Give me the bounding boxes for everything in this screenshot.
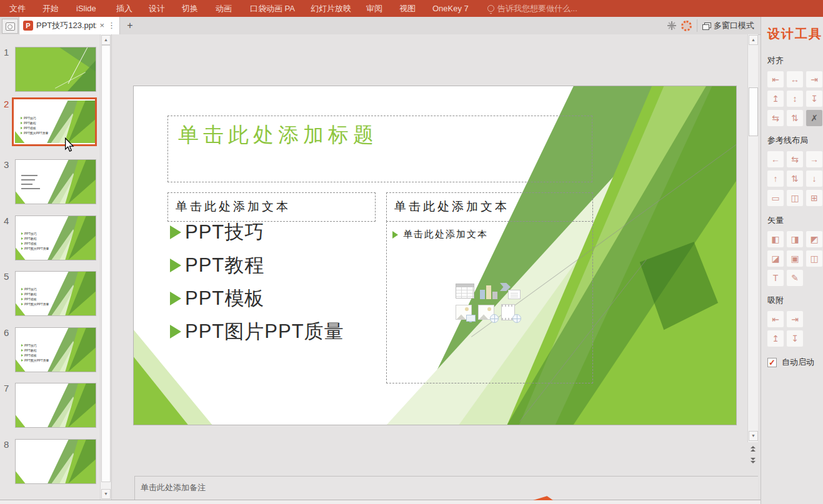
bullet-triangle-icon bbox=[170, 259, 181, 272]
menu-design[interactable]: 设计 bbox=[149, 0, 165, 17]
section-guides-label: 参考线布局 bbox=[767, 135, 823, 146]
slide-thumbnail-6[interactable]: PPT技巧 PPT教程 PPT模板 PPT图片PPT质量 bbox=[15, 327, 96, 372]
slide-canvas[interactable]: 单击此处添加标题 单击此处添加文本 PPT技巧 PPT教程 PPT模板 PPT图… bbox=[133, 86, 737, 425]
slide-thumbnail-4[interactable]: PPT技巧 PPT教程 PPT模板 PPT图片PPT质量 bbox=[15, 215, 96, 260]
menu-insert[interactable]: 插入 bbox=[116, 0, 132, 17]
snap-bottom-button[interactable]: ↧ bbox=[787, 330, 803, 347]
scroll-up-icon[interactable]: ▲ bbox=[749, 35, 758, 45]
shape-union-button[interactable]: ◧ bbox=[767, 231, 784, 247]
home-launcher-button[interactable] bbox=[2, 19, 18, 34]
bullet-item[interactable]: PPT图片PPT质量 bbox=[170, 318, 344, 345]
insert-chart-icon[interactable] bbox=[477, 281, 498, 301]
menu-islide[interactable]: iSlide bbox=[76, 0, 96, 17]
document-tab-title: PPT技巧123.pptx bbox=[36, 20, 96, 31]
insert-smartart-icon[interactable] bbox=[500, 281, 521, 301]
thumbnail-scrollbar-thumb[interactable] bbox=[101, 45, 111, 482]
slide-number-8: 8 bbox=[4, 439, 14, 450]
thumb-scroll-down-icon[interactable]: ▼ bbox=[101, 489, 111, 499]
guide-margin-v-button[interactable]: ◫ bbox=[787, 190, 803, 206]
guide-bottom-button[interactable]: ↓ bbox=[806, 170, 822, 187]
align-top-button[interactable]: ↥ bbox=[767, 91, 784, 107]
insert-picture-icon[interactable] bbox=[455, 303, 476, 323]
shape-intersect-button[interactable]: ◪ bbox=[767, 250, 784, 267]
snap-top-button[interactable]: ↥ bbox=[767, 330, 784, 347]
left-placeholder-text: 单击此处添加文本 bbox=[176, 199, 291, 215]
insert-online-picture-icon[interactable] bbox=[477, 303, 498, 323]
main-scrollbar[interactable]: ▲ ▼ bbox=[747, 34, 758, 442]
presentation-app-window: 文件 开始 iSlide 插入 设计 切换 动画 口袋动画 PA 幻灯片放映 审… bbox=[0, 0, 823, 504]
slide-thumbnail-7[interactable] bbox=[15, 383, 96, 428]
distribute-h-button[interactable]: ⇆ bbox=[767, 110, 784, 126]
tell-me-search[interactable]: 告诉我您想要做什么... bbox=[487, 0, 577, 17]
main-scrollbar-thumb[interactable] bbox=[749, 87, 758, 136]
align-center-h-button[interactable]: ↔ bbox=[787, 71, 803, 87]
shape-combine-button[interactable]: ◨ bbox=[787, 231, 803, 247]
title-placeholder[interactable]: 单击此处添加标题 bbox=[167, 116, 592, 182]
settings-gear-icon[interactable] bbox=[681, 21, 692, 31]
menu-pocket-animation[interactable]: 口袋动画 PA bbox=[250, 0, 295, 17]
bullet-item[interactable]: PPT教程 bbox=[170, 252, 344, 279]
slide-thumbnail-3[interactable] bbox=[15, 159, 96, 204]
tab-more-icon[interactable]: ⋮ bbox=[107, 17, 116, 34]
multi-window-icon bbox=[702, 22, 711, 29]
next-slide-button[interactable] bbox=[750, 458, 756, 463]
multi-window-mode-button[interactable]: 多窗口模式 bbox=[702, 20, 758, 31]
left-text-placeholder[interactable]: 单击此处添加文本 bbox=[167, 192, 376, 222]
scroll-down-icon[interactable]: ▼ bbox=[749, 431, 758, 441]
align-left-button[interactable]: ⇤ bbox=[767, 71, 784, 87]
thumb-scroll-up-icon[interactable]: ▲ bbox=[101, 35, 111, 45]
slide-number-5: 5 bbox=[4, 271, 14, 282]
bullet-list[interactable]: PPT技巧 PPT教程 PPT模板 PPT图片PPT质量 bbox=[170, 219, 344, 351]
align-bottom-button[interactable]: ↧ bbox=[806, 91, 822, 107]
guide-margin-all-button[interactable]: ⊞ bbox=[806, 190, 822, 206]
document-tab[interactable]: P PPT技巧123.pptx × ⋮ bbox=[19, 17, 120, 34]
vector-text-button[interactable]: T bbox=[767, 270, 784, 286]
slide-thumbnail-2-selected[interactable]: PPT技巧 PPT教程 PPT模板 PPT图片PPT质量 bbox=[12, 97, 97, 146]
right-text-placeholder-header[interactable]: 单击此处添加文本 bbox=[386, 192, 593, 222]
slide-thumbnail-1[interactable] bbox=[15, 47, 96, 92]
notes-pane[interactable]: 单击此处添加备注 bbox=[134, 476, 758, 500]
menu-home[interactable]: 开始 bbox=[42, 0, 59, 17]
content-insert-icons bbox=[455, 281, 524, 323]
panel-title: 设计工具 bbox=[767, 26, 823, 42]
slide-thumbnail-5[interactable]: PPT技巧 PPT教程 PPT模板 PPT图片PPT质量 bbox=[15, 271, 96, 316]
close-tab-icon[interactable]: × bbox=[99, 17, 104, 34]
guide-top-button[interactable]: ↑ bbox=[767, 170, 784, 187]
distribute-v-button[interactable]: ⇅ bbox=[787, 110, 803, 126]
thumbnail-scrollbar[interactable]: ▲ ▼ bbox=[100, 34, 111, 500]
bullet-item[interactable]: PPT技巧 bbox=[170, 219, 344, 246]
menu-transition[interactable]: 切换 bbox=[182, 0, 198, 17]
snap-right-button[interactable]: ⇥ bbox=[787, 311, 803, 327]
shape-subtract-button[interactable]: ▣ bbox=[787, 250, 803, 267]
guide-center-h-button[interactable]: ⇆ bbox=[787, 151, 803, 167]
align-middle-v-button[interactable]: ↕ bbox=[787, 91, 803, 107]
slide-number-6: 6 bbox=[4, 327, 14, 338]
guide-margin-h-button[interactable]: ▭ bbox=[767, 190, 784, 206]
slide-thumbnail-8[interactable] bbox=[15, 439, 96, 484]
home-icon bbox=[6, 22, 15, 31]
menu-slideshow[interactable]: 幻灯片放映 bbox=[311, 0, 351, 17]
bullet-item[interactable]: PPT模板 bbox=[170, 285, 344, 312]
guide-right-button[interactable]: → bbox=[806, 151, 822, 167]
shape-fragment-button[interactable]: ◩ bbox=[806, 231, 822, 247]
bullet-triangle-icon bbox=[170, 325, 181, 338]
menu-file[interactable]: 文件 bbox=[9, 0, 26, 17]
previous-slide-button[interactable] bbox=[750, 446, 756, 452]
effects-icon[interactable] bbox=[667, 21, 676, 30]
autostart-checkbox[interactable]: ✓ bbox=[767, 358, 777, 367]
vector-node-edit-button[interactable]: ✎ bbox=[787, 270, 803, 286]
menu-animation[interactable]: 动画 bbox=[216, 0, 232, 17]
guides-button-grid: ← ⇆ → ↑ ⇅ ↓ ▭ ◫ ⊞ bbox=[767, 151, 823, 206]
shape-exclude-button[interactable]: ◫ bbox=[806, 250, 822, 267]
new-tab-button[interactable]: + bbox=[124, 19, 136, 32]
menu-review[interactable]: 审阅 bbox=[366, 0, 382, 17]
insert-media-icon[interactable] bbox=[500, 303, 521, 323]
align-right-button[interactable]: ⇥ bbox=[806, 71, 822, 87]
menu-onekey[interactable]: OneKey 7 bbox=[432, 0, 469, 17]
guide-middle-v-button[interactable]: ⇅ bbox=[787, 170, 803, 187]
menu-view[interactable]: 视图 bbox=[399, 0, 416, 17]
guide-left-button[interactable]: ← bbox=[767, 151, 784, 167]
insert-table-icon[interactable] bbox=[455, 281, 476, 301]
content-inner-bullet[interactable]: 单击此处添加文本 bbox=[392, 229, 488, 240]
snap-left-button[interactable]: ⇤ bbox=[767, 311, 784, 327]
